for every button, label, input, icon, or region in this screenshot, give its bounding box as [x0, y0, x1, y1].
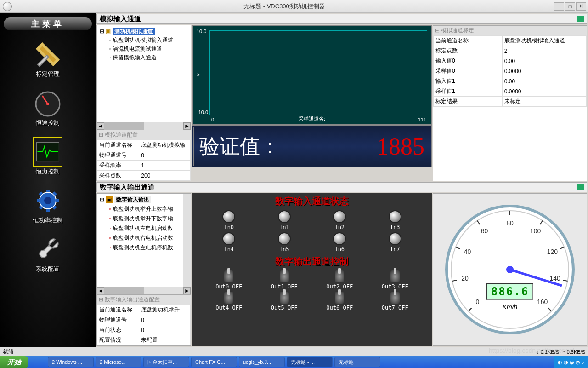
menu-constant-speed[interactable]: 恒速控制: [0, 81, 96, 130]
digital-input-led: In2: [333, 210, 346, 230]
digital-output-toggle[interactable]: Out3-OFF: [382, 270, 408, 290]
led-bulb-icon: [389, 210, 401, 223]
tree-child[interactable]: 底盘测功机举升下数字输: [99, 214, 181, 224]
tree-child[interactable]: 保留模拟输入通道: [99, 53, 189, 62]
toggle-switch-icon: [280, 292, 289, 304]
led-bulb-icon: [222, 232, 235, 245]
toggle-switch-icon: [224, 292, 233, 304]
taskbar-item[interactable]: 无标题: [334, 357, 380, 367]
analog-panel-title: 模拟输入通道: [96, 14, 587, 24]
svg-text:20: 20: [461, 275, 469, 282]
gauge-unit-label: Km/h: [503, 303, 518, 310]
digital-input-led: In3: [389, 210, 401, 230]
prop-row[interactable]: 采样频率1: [97, 161, 191, 171]
horizontal-scrollbar[interactable]: ◄►: [97, 287, 191, 294]
analog-config-grid: ⊟ 模拟通道配置 当前通道名称底盘测功机模拟输 物理通道号0 采样频率1 采样点…: [97, 130, 191, 181]
digital-input-led: In7: [389, 232, 401, 253]
menu-calibration[interactable]: 标定管理: [0, 32, 96, 81]
digital-input-led: In6: [333, 232, 346, 253]
prop-row[interactable]: 物理通道号0: [97, 150, 191, 161]
taskbar-item[interactable]: Chart FX G...: [191, 357, 237, 367]
spanner-icon: [33, 235, 62, 264]
led-bulb-icon: [333, 232, 346, 245]
vertical-scrollbar[interactable]: [183, 194, 191, 287]
title-bar: 无标题 - VDC300测功机控制器 — □ ✕: [0, 0, 588, 13]
toggle-switch-icon: [335, 292, 344, 304]
taskbar-item[interactable]: 2 Microso...: [96, 357, 141, 367]
svg-point-25: [506, 266, 514, 273]
menu-constant-power[interactable]: 恒功率控制: [0, 178, 96, 227]
taskbar-item[interactable]: 国金太阳至...: [143, 357, 189, 367]
upload-speed: ↑ 0.5KB/S: [563, 349, 585, 355]
close-button[interactable]: ✕: [576, 2, 586, 11]
menu-system-config[interactable]: 系统配置: [0, 227, 96, 276]
led-bulb-icon: [222, 210, 235, 223]
digital-input-led: In1: [278, 210, 291, 230]
digital-output-toggle[interactable]: Out2-OFF: [326, 270, 353, 290]
prop-row[interactable]: 采样值00.0000: [434, 66, 587, 76]
menu-constant-force[interactable]: 恒力控制: [0, 130, 96, 178]
sampling-chart: 10.0 -10.0 0 111 采样通道名: >: [192, 25, 432, 125]
taskbar-item[interactable]: 2 Windows ...: [48, 357, 94, 367]
prop-row[interactable]: 当前通道名称底盘测功机模拟输: [97, 140, 191, 150]
digital-config-grid: ⊟ 数字输入输出通道配置 当前通道名称底盘测功机举升 物理通道号0 当前状态0 …: [97, 294, 191, 345]
toggle-switch-icon: [390, 270, 400, 282]
digital-output-toggle[interactable]: Out4-OFF: [215, 292, 242, 311]
prop-row[interactable]: 当前通道名称底盘测功机模拟输入通道: [434, 36, 587, 46]
digital-output-toggle[interactable]: Out6-OFF: [326, 292, 353, 311]
prop-row[interactable]: 当前状态0: [97, 325, 191, 335]
tree-root-node[interactable]: ⊟ ▣ 数字输入输出: [99, 196, 181, 204]
panel-maximize-icon[interactable]: [577, 184, 584, 190]
tree-child[interactable]: 底盘测功机左电机启动数: [99, 224, 181, 233]
svg-text:60: 60: [481, 227, 488, 235]
svg-text:120: 120: [547, 248, 558, 255]
taskbar-item[interactable]: ucgis_yb.J...: [239, 357, 285, 367]
horizontal-scrollbar[interactable]: ◄►: [97, 122, 191, 130]
prop-row[interactable]: 标定结果未标定: [434, 97, 587, 107]
svg-text:40: 40: [464, 248, 471, 255]
tree-child[interactable]: 底盘测功机右电机启动数: [99, 233, 181, 243]
tree-child[interactable]: 底盘测功机举升上数字输: [99, 204, 181, 214]
svg-text:0: 0: [475, 298, 479, 305]
svg-text:80: 80: [506, 219, 514, 227]
digital-input-led: In5: [278, 232, 291, 253]
minimize-button[interactable]: —: [554, 2, 564, 11]
prop-row[interactable]: 输入值10.00: [434, 76, 587, 86]
prop-row[interactable]: 当前通道名称底盘测功机举升: [97, 305, 191, 315]
panel-maximize-icon[interactable]: [577, 16, 584, 22]
speed-gauge: 020406080100120140160 886.6 Km/h: [443, 203, 577, 336]
tree-root-node[interactable]: ⊟ ▣ 测功机模拟通道: [99, 27, 189, 36]
svg-text:140: 140: [549, 275, 560, 282]
verify-value-box: 验证值： 1885: [192, 125, 432, 167]
prop-row[interactable]: 采样值10.0000: [434, 86, 587, 97]
digital-output-toggle[interactable]: Out7-OFF: [382, 292, 408, 311]
taskbar-item[interactable]: 无标题 - ...: [287, 357, 333, 367]
digital-input-led: In4: [222, 232, 235, 253]
prop-row[interactable]: 标定点数2: [434, 46, 587, 56]
prop-row[interactable]: 采样点数200: [97, 171, 191, 181]
system-tray[interactable]: ◐ ◑ ◒ ◓ ♪: [554, 356, 588, 368]
tree-child[interactable]: 底盘测功机模拟输入通道: [99, 36, 189, 45]
tree-child[interactable]: 底盘测功机左电机停机数: [99, 243, 181, 253]
start-button[interactable]: 开始: [0, 356, 28, 368]
download-speed: ↓ 0.1KB/S: [537, 349, 559, 355]
prop-row[interactable]: 输入值00.00: [434, 56, 587, 66]
prop-row[interactable]: 物理通道号0: [97, 315, 191, 325]
toggle-switch-icon: [280, 270, 289, 282]
gauge-digital-readout: 886.6: [486, 283, 533, 300]
digital-output-toggle[interactable]: Out1-OFF: [271, 270, 298, 290]
digital-output-toggle[interactable]: Out0-OFF: [215, 270, 242, 290]
prop-row[interactable]: 配置情况未配置: [97, 335, 191, 345]
tree-child[interactable]: 涡流机电流测试通道: [99, 45, 189, 53]
main-menu-sidebar: 主菜单 标定管理 恒速控制 恒力控制 恒功率控制: [0, 13, 96, 347]
digital-output-toggle[interactable]: Out5-OFF: [271, 292, 298, 311]
svg-text:100: 100: [530, 227, 541, 235]
analog-channel-tree[interactable]: ⊟ ▣ 测功机模拟通道 底盘测功机模拟输入通道 涡流机电流测试通道 保留模拟输入…: [97, 25, 191, 122]
digital-io-panel: 数字输入通道状态 In0 In1 In2 In3 In4 In5 In6 In7…: [192, 193, 432, 346]
digital-input-led: In0: [222, 210, 235, 230]
chart-cursor-icon: >: [197, 72, 200, 78]
digital-channel-tree[interactable]: ⊟ ▣ 数字输入输出 底盘测功机举升上数字输 底盘测功机举升下数字输 底盘测功机…: [97, 194, 183, 287]
ecg-icon: [33, 137, 62, 167]
toggle-switch-icon: [390, 292, 400, 304]
maximize-button[interactable]: □: [565, 2, 575, 11]
